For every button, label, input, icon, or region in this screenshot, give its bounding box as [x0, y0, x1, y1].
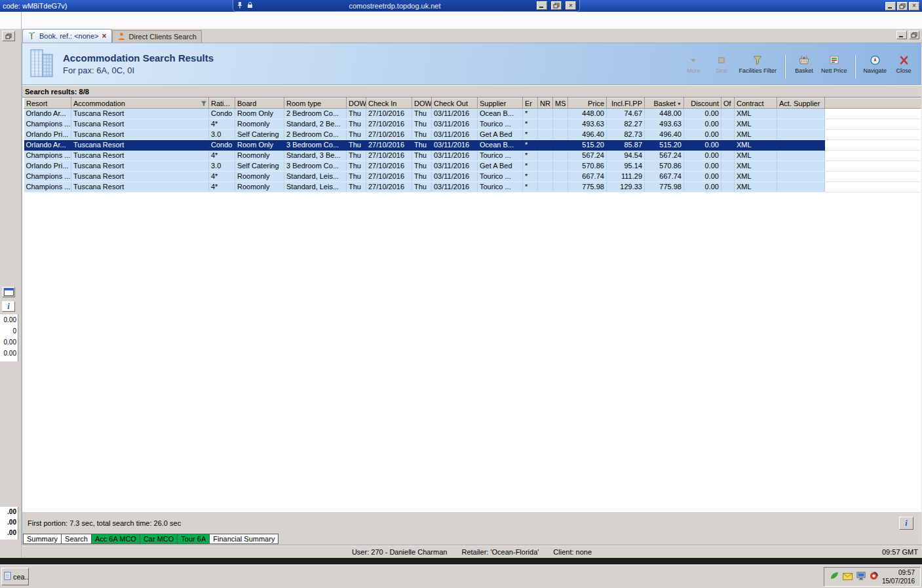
column-header[interactable]: Room type — [284, 98, 347, 109]
table-row[interactable]: Champions ...Tuscana Resort4*RoomonlySta… — [24, 172, 825, 182]
column-header[interactable]: Rati... — [209, 98, 235, 109]
column-header[interactable]: Accommodation — [71, 98, 209, 109]
table-row[interactable]: Champions ...Tuscana Resort4*RoomonlySta… — [24, 182, 825, 193]
column-header[interactable]: Price — [568, 98, 607, 109]
pin-icon[interactable] — [237, 1, 243, 10]
screen: code: wM8iTdeG7v) comostreetrdp.topdog.u… — [0, 0, 922, 588]
cell: Tourico ... — [478, 182, 523, 193]
cell: 4* — [209, 151, 235, 161]
cell: 775.98 — [645, 182, 684, 193]
navigate-button[interactable]: Navigate — [863, 55, 887, 74]
results-table[interactable]: ResortAccommodationRati...BoardRoom type… — [24, 98, 825, 193]
column-header[interactable]: Discount — [684, 98, 721, 109]
tray-leaf-icon[interactable] — [830, 571, 839, 583]
table-row[interactable]: Champions ...Tuscana Resort4*RoomonlySta… — [24, 151, 825, 161]
cell: Standard, 3 Be... — [284, 151, 347, 161]
cell: 27/10/2016 — [366, 182, 412, 193]
table-row[interactable]: Champions ...Tuscana Resort4*RoomonlySta… — [24, 119, 825, 130]
cell — [777, 151, 825, 161]
table-row[interactable]: Orlando Pri...Tuscana Resort3.0Self Cate… — [24, 130, 825, 140]
tab-booking-ref[interactable]: Book. ref.: <none> × — [22, 29, 112, 43]
cell: 567.24 — [568, 151, 607, 161]
table-row[interactable]: Orlando Pri...Tuscana Resort3.0Self Cate… — [24, 161, 825, 172]
toolbar-label: Nett Price — [821, 67, 847, 74]
column-header[interactable]: Act. Supplier — [777, 98, 825, 109]
rdp-connection-bar[interactable]: comostreetrdp.topdog.uk.net × — [233, 0, 580, 12]
tray-mail-icon[interactable] — [843, 571, 853, 583]
cell: * — [523, 151, 538, 161]
inner-restore-button[interactable] — [909, 31, 919, 39]
table-row[interactable]: Orlando Ar...Tuscana ResortCondoRoom Onl… — [24, 140, 825, 151]
column-header-label: Price — [588, 100, 604, 107]
bottom-tab-search[interactable]: Search — [61, 534, 92, 544]
column-header-label: Board — [237, 100, 256, 107]
column-header[interactable]: Incl.Fl.PP — [607, 98, 645, 109]
column-header[interactable]: Resort — [24, 98, 71, 109]
info-button[interactable]: i — [899, 517, 913, 530]
column-header[interactable]: Er — [523, 98, 538, 109]
toolbar-label: Navigate — [863, 67, 887, 74]
taskbar-app-button[interactable]: cea... — [1, 568, 29, 585]
column-header[interactable]: DOW — [347, 98, 366, 109]
column-header[interactable]: Supplier — [478, 98, 523, 109]
cell: 27/10/2016 — [366, 172, 412, 182]
cell: 94.54 — [607, 151, 645, 161]
column-header-label: MS — [555, 100, 566, 107]
bottom-tab-summary[interactable]: Summary — [23, 534, 62, 544]
column-header[interactable]: Of — [721, 98, 735, 109]
cell: 667.74 — [568, 172, 607, 182]
background-info-button[interactable]: i — [2, 301, 15, 312]
more-button[interactable]: More — [682, 55, 704, 74]
column-header-label: Rati... — [211, 100, 230, 107]
inner-minimize-button[interactable] — [896, 31, 907, 39]
palm-tree-icon — [28, 31, 36, 41]
close-button[interactable]: Close — [893, 55, 915, 74]
cell: Thu — [412, 140, 432, 151]
column-header[interactable]: NR — [538, 98, 553, 109]
mini-window-icon[interactable] — [2, 287, 15, 297]
nett-price-button[interactable]: Nett Price — [821, 55, 847, 74]
tray-display-icon[interactable] — [856, 571, 866, 583]
window-minimize-button[interactable] — [885, 2, 896, 10]
taskbar-app-label: cea... — [13, 573, 29, 581]
column-filter-funnel-icon[interactable] — [201, 100, 207, 107]
basket-button[interactable]: Basket — [793, 55, 815, 74]
cell: XML — [735, 151, 777, 161]
tray-status-icon[interactable] — [870, 571, 878, 583]
column-header[interactable]: Board — [235, 98, 284, 109]
cell: Tuscana Resort — [71, 172, 209, 182]
column-header-label: Act. Supplier — [779, 100, 820, 107]
cell: * — [523, 161, 538, 172]
tab-close-icon[interactable]: × — [102, 33, 107, 39]
cell: * — [523, 109, 538, 119]
column-header[interactable]: Basket▼ — [645, 98, 684, 109]
cell: 4* — [209, 182, 235, 193]
table-row[interactable]: Orlando Ar...Tuscana ResortCondoRoom Onl… — [24, 109, 825, 119]
cell: Tourico ... — [478, 151, 523, 161]
tab-direct-clients-search[interactable]: Direct Clients Search — [112, 30, 202, 43]
cell — [538, 151, 553, 161]
column-header[interactable]: Check In — [366, 98, 412, 109]
column-header[interactable]: Contract — [735, 98, 777, 109]
rdp-minimize-button[interactable] — [537, 1, 547, 10]
column-header[interactable]: MS — [553, 98, 568, 109]
cell: 03/11/2016 — [432, 119, 478, 130]
stop-button[interactable]: Stop — [710, 55, 733, 74]
column-header[interactable]: Check Out — [432, 98, 478, 109]
facilities-filter-button[interactable]: Facilities Filter — [739, 55, 777, 74]
window-restore-button[interactable] — [897, 2, 908, 10]
document-tab-bar: Book. ref.: <none> × Direct Clients Sear… — [22, 29, 922, 43]
bottom-tab-acc-6a-mco[interactable]: Acc 6A MCO — [91, 534, 140, 544]
rdp-restore-button[interactable] — [551, 1, 562, 10]
toolbar-separator — [784, 55, 785, 79]
bottom-tab-car-mco[interactable]: Car MCO — [140, 534, 178, 544]
rdp-close-button[interactable]: × — [566, 1, 576, 10]
restore-window-button[interactable] — [2, 31, 15, 41]
bottom-tab-financial-summary[interactable]: Financial Summary — [209, 534, 279, 544]
taskbar-clock[interactable]: 09:57 15/07/2016 — [882, 568, 915, 585]
status-bar: User: 270 - Danielle Charman Retailer: '… — [22, 545, 922, 558]
cell: XML — [735, 130, 777, 140]
column-header[interactable]: DOW — [412, 98, 432, 109]
bottom-tab-tour-6a[interactable]: Tour 6A — [177, 534, 210, 544]
window-close-button[interactable]: × — [909, 2, 919, 10]
